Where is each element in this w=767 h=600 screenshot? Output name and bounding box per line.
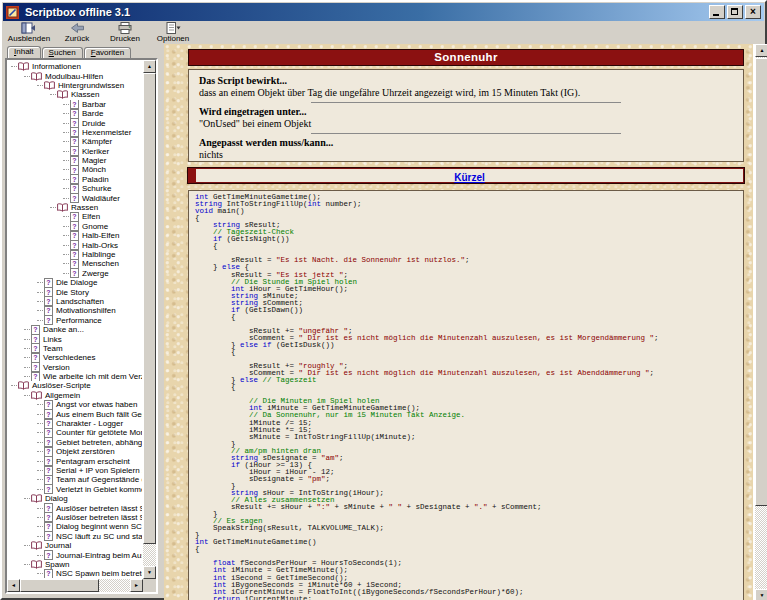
tree-item[interactable]: Hintergrundwissen [8,81,142,90]
tree-vscroll-thumb[interactable] [143,73,156,544]
tree-vertical-scrollbar[interactable]: ▲ ▼ [143,60,156,579]
app-icon [6,6,19,19]
toolbar-button-ausblenden[interactable]: Ausblenden [5,21,53,46]
tree-item-label: Objekt zerstören [55,447,115,456]
tree-item[interactable]: ?Dialog beginnt wenn SC Auslös [8,522,142,531]
tree-guide-line [24,564,30,565]
tree-item[interactable]: ?Gnome [8,222,142,231]
tree-item[interactable]: Modulbau-Hilfen [8,71,142,80]
tree-item[interactable]: ?Pentagram erscheint [8,456,142,465]
tree-item[interactable]: ?Verschiedenes [8,353,142,362]
tree-horizontal-scrollbar[interactable]: ◄ ► [7,579,143,592]
question-page-icon: ? [31,372,40,381]
section-body: nichts [199,149,733,161]
document-page: Sonnenuhr Das Script bewirkt...dass an e… [164,44,755,600]
minimize-button[interactable] [709,5,725,19]
tree-item[interactable]: ?Halb-Orks [8,240,142,249]
tree-item[interactable]: ?Menschen [8,259,142,268]
tree-guide-line [63,235,69,236]
tree-item[interactable]: ?Auslöser betreten lässt SC etwa [8,513,142,522]
scroll-down-arrow-icon[interactable]: ▼ [755,589,767,600]
content-vertical-scrollbar[interactable]: ▲ ▼ [755,44,767,600]
tree-item[interactable]: ?Halblinge [8,250,142,259]
tree-item-label: Halb-Elfen [81,231,119,240]
tree-item[interactable]: ?Mönch [8,165,142,174]
tree-item[interactable]: ?Kämpfer [8,137,142,146]
tree-item[interactable]: ?Barbar [8,100,142,109]
tree-item[interactable]: ?Schurke [8,184,142,193]
tree-item[interactable]: ?Halb-Elfen [8,231,142,240]
tree-item[interactable]: ?Serial + IP von Spielern speiche [8,466,142,475]
scroll-up-arrow-icon[interactable]: ▲ [143,60,156,73]
tree-item[interactable]: ?Counter für getötete Monster [8,428,142,437]
tree-item-label: Auslöser betreten lässt SC etwa [55,513,142,522]
tree-item[interactable]: ?Objekt zerstören [8,447,142,456]
tree-item[interactable]: ?NSC Spawn beim betreten [8,569,142,578]
code-line: { [195,384,743,391]
tree-item[interactable]: ?Journal-Eintrag beim Auslöser [8,550,142,559]
tree-item-label: Mönch [81,165,106,174]
tree-item[interactable]: ?Waldläufer [8,193,142,202]
tree-item[interactable]: ?Barde [8,109,142,118]
code-line: { [195,546,743,553]
tree-item[interactable]: ?Team [8,344,142,353]
tree-item[interactable]: ?NSC läuft zu SC und startet Dia [8,532,142,541]
tree-item[interactable]: ?Angst vor etwas haben [8,400,142,409]
tree-item[interactable]: ?Paladin [8,175,142,184]
tree-item[interactable]: ?Aus einem Buch fällt Gegenstan [8,409,142,418]
tree-item[interactable]: Allgemein [8,391,142,400]
tree-item[interactable]: ?Gebiet betreten, abhängig von I [8,438,142,447]
toolbar-button-optionen[interactable]: Optionen [149,21,197,46]
scroll-left-arrow-icon[interactable]: ◄ [7,579,20,592]
tree-item[interactable]: ?Wie arbeite ich mit dem Verzeichnis [8,372,142,381]
tree-item[interactable]: ?Danke an... [8,325,142,334]
tree-guide-line [63,245,69,246]
tree-item[interactable]: Rassen [8,203,142,212]
tree-item[interactable]: ?Motivationshilfen [8,306,142,315]
tree-item[interactable]: Journal [8,541,142,550]
tree-item[interactable]: ?Team auf Gegenstände checke [8,475,142,484]
tree-item[interactable]: ?Landschaften [8,297,142,306]
tab-favoriten[interactable]: Favoriten [84,47,131,58]
toolbar-button-zurück[interactable]: Zurück [53,21,101,46]
content-vscroll-thumb[interactable] [755,58,767,506]
tree-item[interactable]: ?Auslöser betreten lässt SC etwa [8,503,142,512]
tree-item[interactable]: ?Verletzt in Gebiet kommen [8,485,142,494]
tree-hscroll-thumb[interactable] [20,579,99,592]
maximize-button[interactable] [727,5,743,19]
close-button[interactable] [745,5,761,19]
tree-item-label: Angst vor etwas haben [55,400,137,409]
question-page-icon: ? [70,269,79,278]
tree-item[interactable]: ?Magier [8,156,142,165]
tree-item[interactable]: Dialog [8,494,142,503]
tab-suchen[interactable]: Suchen [42,47,83,58]
tree-item[interactable]: ?Druide [8,118,142,127]
tree-item[interactable]: Informationen [8,62,142,71]
tree-item[interactable]: ?Kleriker [8,147,142,156]
question-page-icon: ? [70,259,79,268]
tree-item[interactable]: ?Die Dialoge [8,278,142,287]
tree-item-label: Charakter - Logger [55,419,123,428]
tree-item[interactable]: ?Version [8,363,142,372]
question-page-icon: ? [44,466,53,475]
tree-item[interactable]: ?Zwerge [8,269,142,278]
tree-item[interactable]: ?Elfen [8,212,142,221]
kuerzel-link[interactable]: Kürzel [454,172,485,183]
toolbar-button-drucken[interactable]: Drucken [101,21,149,46]
tree-item[interactable]: Spawn [8,560,142,569]
question-page-icon: ? [44,475,53,484]
tree-item[interactable]: ?Die Story [8,287,142,296]
tree-item[interactable]: ?Hexenmeister [8,128,142,137]
scroll-down-arrow-icon[interactable]: ▼ [143,566,156,579]
tree-item[interactable]: Klassen [8,90,142,99]
code-line: { [195,243,743,250]
scroll-up-arrow-icon[interactable]: ▲ [755,44,767,57]
scroll-right-arrow-icon[interactable]: ► [130,579,143,592]
code-line: sResult += sHour + ":" + sMinute + " " +… [195,504,743,511]
tree-item[interactable]: ?Links [8,334,142,343]
tree-item[interactable]: ?Performance [8,316,142,325]
tree-item[interactable]: ?Charakter - Logger [8,419,142,428]
question-page-icon: ? [44,428,53,437]
tree-item[interactable]: Auslöser-Scripte [8,381,142,390]
tree-item-label: Allgemein [44,391,80,400]
